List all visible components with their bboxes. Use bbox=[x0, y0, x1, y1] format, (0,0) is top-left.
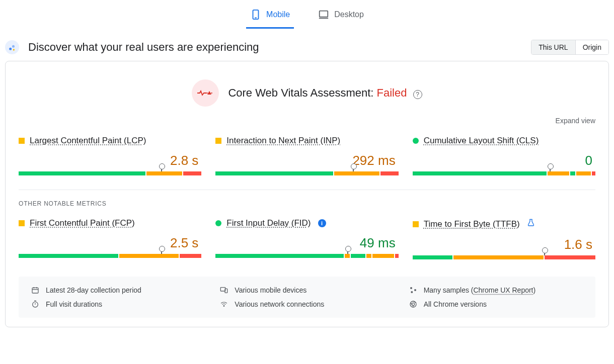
footer-devices-text: Various mobile devices bbox=[235, 286, 306, 294]
footer-samples-text: Many samples (Chrome UX Report) bbox=[424, 286, 536, 294]
marker-fcp bbox=[161, 249, 162, 254]
svg-rect-10 bbox=[32, 288, 38, 293]
device-tabs: Mobile Desktop bbox=[0, 0, 614, 29]
tab-desktop-label: Desktop bbox=[334, 10, 364, 19]
metric-name-fcp[interactable]: First Contentful Paint (FCP) bbox=[30, 218, 135, 228]
tab-mobile[interactable]: Mobile bbox=[246, 7, 294, 29]
crux-report-link[interactable]: Chrome UX Report bbox=[473, 286, 533, 294]
metric-bar-cls bbox=[413, 171, 595, 175]
metric-fcp: First Contentful Paint (FCP) 2.5 s bbox=[19, 218, 201, 259]
assessment-status: Failed bbox=[377, 86, 407, 99]
tab-mobile-label: Mobile bbox=[266, 10, 290, 19]
calendar-icon bbox=[31, 286, 40, 295]
help-icon[interactable]: ? bbox=[413, 90, 422, 99]
status-indicator-cls bbox=[413, 138, 419, 144]
page-title: Discover what your real users are experi… bbox=[28, 41, 259, 54]
status-indicator-ttfb bbox=[413, 221, 419, 227]
metric-name-cls[interactable]: Cumulative Layout Shift (CLS) bbox=[424, 136, 539, 146]
svg-rect-2 bbox=[320, 11, 328, 17]
expand-view-link[interactable]: Expand view bbox=[556, 117, 595, 125]
svg-point-17 bbox=[414, 289, 416, 291]
metric-value-fid: 49 ms bbox=[215, 235, 395, 251]
assessment-prefix: Core Web Vitals Assessment: bbox=[228, 86, 376, 99]
svg-point-5 bbox=[12, 45, 15, 48]
tab-desktop[interactable]: Desktop bbox=[314, 7, 368, 29]
metric-value-inp: 292 ms bbox=[215, 153, 395, 168]
footer-chrome: All Chrome versions bbox=[409, 300, 583, 309]
flask-icon[interactable] bbox=[527, 218, 535, 230]
metric-cls: Cumulative Layout Shift (CLS) 0 bbox=[413, 136, 595, 175]
mobile-icon bbox=[250, 9, 261, 20]
metric-lcp: Largest Contentful Paint (LCP) 2.8 s bbox=[19, 136, 201, 175]
assessment-text: Core Web Vitals Assessment: Failed ? bbox=[228, 86, 422, 100]
metric-bar-fcp bbox=[19, 254, 201, 258]
other-metrics-grid: First Contentful Paint (FCP) 2.5 s First… bbox=[6, 207, 608, 264]
metric-name-ttfb[interactable]: Time to First Byte (TTFB) bbox=[424, 219, 520, 229]
metric-ttfb: Time to First Byte (TTFB) 1.6 s bbox=[413, 218, 595, 259]
marker-cls bbox=[550, 166, 551, 171]
crux-icon bbox=[5, 40, 19, 54]
status-indicator-lcp bbox=[19, 138, 25, 144]
chrome-icon bbox=[409, 300, 418, 309]
info-icon[interactable]: i bbox=[318, 219, 326, 227]
svg-point-18 bbox=[411, 291, 413, 293]
other-metrics-label: OTHER NOTABLE METRICS bbox=[6, 190, 608, 207]
assessment-status-icon bbox=[192, 79, 219, 107]
footer-chrome-text: All Chrome versions bbox=[424, 300, 487, 308]
marker-lcp bbox=[161, 166, 162, 171]
scope-this-url[interactable]: This URL bbox=[531, 40, 575, 54]
status-indicator-fid bbox=[215, 220, 221, 226]
marker-ttfb bbox=[544, 250, 545, 255]
svg-point-4 bbox=[9, 48, 12, 50]
marker-inp bbox=[353, 166, 354, 171]
devices-icon bbox=[219, 286, 228, 295]
metric-bar-ttfb bbox=[413, 255, 595, 259]
footer-period: Latest 28-day collection period bbox=[31, 286, 205, 295]
footer-duration: Full visit durations bbox=[31, 300, 205, 309]
metric-name-lcp[interactable]: Largest Contentful Paint (LCP) bbox=[30, 136, 146, 146]
metric-name-inp[interactable]: Interaction to Next Paint (INP) bbox=[226, 136, 340, 146]
timer-icon bbox=[31, 300, 40, 309]
metric-fid: First Input Delay (FID) i 49 ms bbox=[215, 218, 398, 259]
assessment-card: Core Web Vitals Assessment: Failed ? Exp… bbox=[5, 61, 609, 327]
metric-value-cls: 0 bbox=[413, 153, 592, 168]
footer-period-text: Latest 28-day collection period bbox=[46, 286, 141, 294]
assessment-header: Core Web Vitals Assessment: Failed ? bbox=[6, 61, 608, 114]
metric-value-fcp: 2.5 s bbox=[19, 235, 198, 251]
footer-network: Various network connections bbox=[219, 300, 394, 309]
metric-name-fid[interactable]: First Input Delay (FID) bbox=[226, 218, 311, 228]
svg-point-22 bbox=[223, 306, 224, 307]
scope-toggle: This URL Origin bbox=[531, 40, 609, 55]
metric-bar-inp bbox=[215, 171, 398, 175]
metric-bar-lcp bbox=[19, 171, 201, 175]
header-row: Discover what your real users are experi… bbox=[0, 29, 614, 61]
svg-point-16 bbox=[410, 287, 412, 289]
data-source-footer: Latest 28-day collection period Various … bbox=[19, 277, 595, 318]
status-indicator-inp bbox=[215, 138, 221, 144]
svg-point-6 bbox=[13, 49, 15, 50]
status-indicator-fcp bbox=[19, 220, 25, 226]
samples-icon bbox=[409, 286, 418, 295]
metric-value-lcp: 2.8 s bbox=[19, 153, 198, 168]
metric-value-ttfb: 1.6 s bbox=[413, 237, 592, 252]
footer-devices: Various mobile devices bbox=[219, 286, 394, 295]
marker-fid bbox=[347, 249, 348, 254]
footer-samples: Many samples (Chrome UX Report) bbox=[409, 286, 583, 295]
metric-inp: Interaction to Next Paint (INP) 292 ms bbox=[215, 136, 398, 175]
network-icon bbox=[219, 300, 228, 309]
svg-rect-14 bbox=[221, 288, 225, 291]
footer-network-text: Various network connections bbox=[235, 300, 324, 308]
metric-bar-fid bbox=[215, 254, 398, 258]
footer-duration-text: Full visit durations bbox=[46, 300, 102, 308]
scope-origin[interactable]: Origin bbox=[575, 40, 608, 54]
core-vitals-grid: Largest Contentful Paint (LCP) 2.8 s Int… bbox=[6, 125, 608, 180]
desktop-icon bbox=[318, 9, 329, 20]
